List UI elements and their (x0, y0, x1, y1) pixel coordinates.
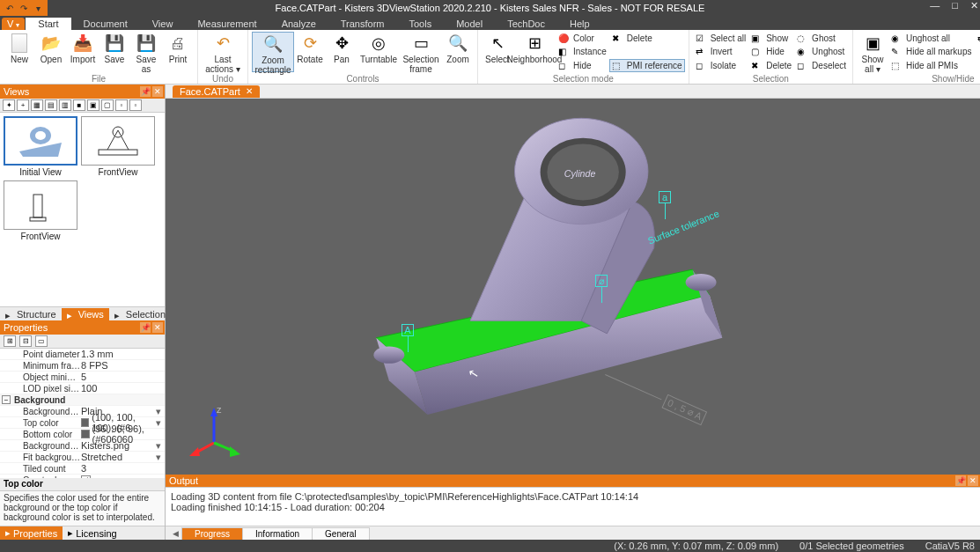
selection-frame-button[interactable]: ▭Selection frame (400, 32, 442, 72)
property-row[interactable]: LOD pixel size thre…100 (0, 383, 165, 394)
properties-panel-header[interactable]: Properties 📌✕ (0, 320, 165, 335)
ghost[interactable]: ◌Ghost (794, 32, 849, 45)
turntable-button[interactable]: ◎Turntable (357, 32, 400, 72)
ribbon-tab-analyze[interactable]: Analyze (269, 18, 328, 30)
hide-all-pmis[interactable]: ⬚Hide all PMIs (888, 59, 974, 72)
redo-icon[interactable]: ↷ (18, 2, 30, 14)
prop-tool[interactable]: ⊟ (19, 335, 32, 347)
close-panel-icon[interactable]: ✕ (152, 322, 163, 333)
output-tab-information[interactable]: Information (242, 527, 313, 540)
scroll-left-icon[interactable]: ◀ (169, 529, 181, 538)
views-panel-header[interactable]: Views 📌✕ (0, 85, 165, 99)
ribbon-tab-view[interactable]: View (140, 18, 186, 30)
views-tbtn[interactable]: ▥ (59, 99, 71, 111)
delete-sel[interactable]: ✖Delete (748, 59, 794, 72)
hide[interactable]: ▢Hide (748, 45, 794, 58)
pin-icon[interactable]: 📌 (140, 322, 151, 333)
pmi-flag[interactable]: A (402, 324, 414, 352)
axis-triad[interactable]: z (188, 406, 240, 459)
close-button[interactable]: ✕ (970, 0, 978, 11)
output-tab-general[interactable]: General (312, 527, 370, 540)
views-tbtn[interactable]: + (17, 99, 29, 111)
zoom-rectangle-button[interactable]: 🔍Zoom rectangle (252, 32, 294, 72)
hide-mode[interactable]: ◻Hide (556, 59, 609, 72)
delete-mode[interactable]: ✖Delete (609, 32, 685, 45)
output-body[interactable]: Loading 3D content from file C:\protecte… (166, 487, 980, 526)
properties-grid[interactable]: Point diameter1.3 mmMinimum frame r…8 FP… (0, 349, 165, 478)
left-tab-structure[interactable]: ▸Structure (0, 308, 62, 320)
select-button[interactable]: ↖Select (482, 32, 513, 72)
app-menu-button[interactable]: V (2, 18, 25, 30)
pin-icon[interactable]: 📌 (955, 475, 966, 486)
views-tbtn[interactable]: ▤ (45, 99, 57, 111)
last-actions-button[interactable]: ↶Last actions ▾ (202, 32, 244, 72)
document-tab[interactable]: Face.CATPart ✕ (173, 85, 260, 98)
qat-more-icon[interactable]: ▾ (32, 2, 44, 14)
invert-visibility[interactable]: ⇄Invert visibility (975, 32, 981, 45)
views-tbtn[interactable]: ▢ (101, 99, 114, 111)
unghost-all[interactable]: ◉Unghost all (888, 32, 974, 45)
bottom-tab-licensing[interactable]: ▸ Licensing (63, 526, 122, 540)
pmi-flag[interactable]: a (659, 191, 671, 219)
prop-tool[interactable]: ▭ (35, 335, 48, 347)
rotate-button[interactable]: ⟳Rotate (294, 32, 326, 72)
view-thumb[interactable]: FrontView (81, 116, 155, 177)
3d-viewport[interactable]: Cylinde a Surface tolerance ⌀ A 0 , 5 ⌀ … (166, 99, 980, 475)
views-tbtn[interactable]: ▣ (87, 99, 99, 111)
pmi-flag[interactable]: ⌀ (595, 275, 608, 303)
bottom-tab-properties[interactable]: ▸ Properties (0, 526, 63, 540)
property-row[interactable]: Create docum…✓ (0, 475, 165, 478)
views-tbtn[interactable]: ■ (73, 99, 85, 111)
pmi-reference-mode[interactable]: ⬚PMI reference (609, 59, 685, 72)
neighborhood-button[interactable]: ⊞Neighborhood (513, 32, 556, 72)
save-button[interactable]: 💾Save (99, 32, 130, 72)
close-icon[interactable]: ✕ (246, 86, 253, 96)
unghost[interactable]: ◉Unghost (794, 45, 849, 58)
ribbon-tab-document[interactable]: Document (71, 18, 140, 30)
pin-icon[interactable]: 📌 (140, 86, 151, 97)
view-thumb[interactable]: FrontView (4, 180, 77, 241)
views-tbtn[interactable]: ▫ (115, 99, 128, 111)
minimize-button[interactable]: — (930, 0, 939, 11)
ribbon-tab-model[interactable]: Model (444, 18, 495, 30)
views-tbtn[interactable]: ▫ (129, 99, 142, 111)
property-row[interactable]: Point diameter1.3 mm (0, 349, 165, 360)
prop-tool[interactable]: ⊞ (4, 335, 16, 347)
ribbon-tab-transform[interactable]: Transform (328, 18, 397, 30)
undo-icon[interactable]: ↶ (4, 2, 16, 14)
ribbon-tab-tools[interactable]: Tools (397, 18, 445, 30)
deselect[interactable]: ◻Deselect (794, 59, 849, 72)
ribbon-tab-measurement[interactable]: Measurement (185, 18, 269, 30)
select-all[interactable]: ☑Select all (693, 32, 749, 45)
instance-mode[interactable]: ◧Instance (556, 45, 609, 58)
close-panel-icon[interactable]: ✕ (968, 475, 978, 486)
views-tbtn[interactable]: ✦ (3, 99, 15, 111)
close-panel-icon[interactable]: ✕ (152, 86, 163, 97)
output-tab-progress[interactable]: Progress (181, 527, 243, 540)
property-row[interactable]: Fit backgrou…Stretched▾ (0, 452, 165, 463)
ribbon-tab-techdoc[interactable]: TechDoc (495, 18, 557, 30)
maximize-button[interactable]: □ (952, 0, 958, 11)
property-row[interactable]: Minimum frame r…8 FPS (0, 360, 165, 372)
property-row[interactable]: −Background (0, 394, 165, 406)
left-tab-views[interactable]: ▸Views (62, 308, 109, 320)
show-all-button[interactable]: ▣Show all ▾ (857, 32, 888, 72)
ribbon-tab-start[interactable]: Start (26, 18, 70, 30)
open-button[interactable]: 📂Open (35, 32, 67, 72)
property-row[interactable]: Tiled count3 (0, 463, 165, 475)
pan-button[interactable]: ✥Pan (326, 32, 357, 72)
saveas-button[interactable]: 💾Save as (130, 32, 162, 72)
property-row[interactable]: Bottom color(96, 96, 96), (#606060 (0, 429, 165, 440)
property-row[interactable]: Background i…Kisters.png▾ (0, 440, 165, 452)
print-button[interactable]: 🖨Print (162, 32, 194, 72)
import-button[interactable]: 📥Import (67, 32, 99, 72)
invert-sel[interactable]: ⇄Invert (693, 45, 749, 58)
zoom-button[interactable]: 🔍Zoom (442, 32, 474, 72)
view-thumb[interactable]: Initial View (4, 116, 77, 177)
new-button[interactable]: New (4, 32, 35, 72)
color-mode[interactable]: 🔴Color (556, 32, 609, 45)
views-tbtn[interactable]: ▦ (31, 99, 43, 111)
ribbon-tab-help[interactable]: Help (557, 18, 602, 30)
isolate[interactable]: ◻Isolate (693, 59, 749, 72)
output-panel-header[interactable]: Output 📌✕ (166, 475, 980, 487)
